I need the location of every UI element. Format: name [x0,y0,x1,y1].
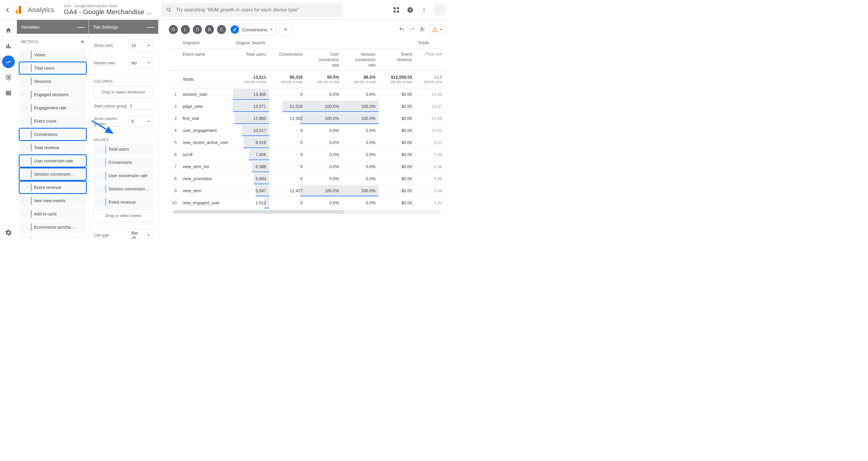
drag-handle-icon[interactable]: ⋮⋮ [21,92,28,97]
drag-handle-icon[interactable]: ⋮⋮ [21,185,28,190]
metric-chip[interactable]: ⋮⋮Engagement rate [19,102,86,114]
celltype-select[interactable]: Bar ch… [128,229,153,239]
avatar[interactable] [434,4,445,16]
collapse-tabsettings-icon[interactable]: — [147,23,154,30]
property-selector[interactable]: GA4 - Google Merchandise Store GA4 - Goo… [64,4,152,16]
drag-handle-icon[interactable]: ⋮⋮ [96,147,103,152]
metric-chip[interactable]: ⋮⋮Ecommerce purcha… [19,221,86,233]
active-tab-pill[interactable]: Conversions [229,24,276,36]
metric-chip[interactable]: ⋮⋮Item view events [19,195,86,207]
exploration-main: OLDBC Conversions + [158,20,450,239]
drag-handle-icon[interactable]: ⋮⋮ [21,238,28,239]
table-row[interactable]: 2page_view13,37151,518100.0%100.0%$0.001… [169,100,445,113]
value-chip[interactable]: ⋮⋮User conversion rate [94,170,153,182]
metric-chip[interactable]: ⋮⋮Engaged sessions [19,89,86,101]
metric-chip[interactable]: ⋮⋮Item quantity [19,235,86,239]
more-menu-icon[interactable] [421,6,428,13]
tab-circle-d[interactable]: D [193,25,202,34]
table-row[interactable]: 7view_item_list6,38800.0%0.0%$0.006,38 [169,161,445,173]
metric-label: Engaged sessions [34,92,68,97]
table-row[interactable]: 8view_promotion5,69400.0%0.0%$0.005,69 [169,173,445,185]
table-row[interactable]: 1session_start13,40500.0%0.0%$0.0013,40 [169,88,445,100]
metric-chip[interactable]: ⋮⋮Views [19,49,86,61]
sort-column-header[interactable]: ↓Total use [415,49,445,70]
metric-chip[interactable]: ⋮⋮Total users [19,62,86,74]
drag-handle-icon[interactable]: ⋮⋮ [21,79,28,84]
value-chip[interactable]: ⋮⋮Event revenue [94,196,153,208]
metric-chip[interactable]: ⋮⋮Event revenue [19,181,86,193]
add-metric-icon[interactable]: + [81,38,84,46]
table-row[interactable]: 4user_engagement10,01700.0%0.0%$0.0010,0… [169,124,445,136]
sampling-dropdown[interactable] [430,24,445,35]
table-row[interactable]: 5new_recent_active_user9,51900.0%0.0%$0.… [169,136,445,149]
drag-handle-icon[interactable]: ⋮⋮ [96,174,103,178]
app-switcher-icon[interactable] [393,6,400,13]
row-right-cell: 10,01 [415,124,445,136]
drag-handle-icon[interactable]: ⋮⋮ [96,160,103,165]
nav-home[interactable] [2,24,15,37]
start-col-input[interactable] [129,102,153,110]
metric-chip[interactable]: ⋮⋮Total revenue [19,142,86,154]
tab-circle-c[interactable]: C [217,25,226,34]
add-tab-button[interactable]: + [279,24,291,36]
drag-handle-icon[interactable]: ⋮⋮ [21,159,28,163]
collapse-variables-icon[interactable]: — [77,23,84,30]
nav-configure[interactable] [2,87,15,99]
drag-handle-icon[interactable]: ⋮⋮ [21,212,28,216]
drag-handle-icon[interactable]: ⋮⋮ [21,172,28,177]
horizontal-scrollbar[interactable] [173,210,441,214]
nav-reports[interactable] [2,40,15,53]
metric-chip[interactable]: ⋮⋮Sessions [19,75,86,87]
metric-chip[interactable]: ⋮⋮Add to carts [19,208,86,220]
drag-handle-icon[interactable]: ⋮⋮ [21,132,28,137]
columns-dropzone[interactable]: Drop or select dimension [94,86,153,98]
share-icon[interactable] [419,27,425,33]
table-row[interactable]: 3first_visit12,86512,952100.0%100.0%$0.0… [169,113,445,124]
nav-explore[interactable] [2,56,15,68]
metric-chip[interactable]: ⋮⋮Session conversion… [19,168,86,180]
redo-icon[interactable] [409,27,415,33]
nav-admin[interactable] [2,226,15,239]
metric-column-header[interactable]: Sessionconversionrate [342,49,378,70]
metric-column-header[interactable]: Conversions [269,49,306,70]
value-chip[interactable]: ⋮⋮Total users [94,143,153,155]
drag-handle-icon[interactable]: ⋮⋮ [21,146,28,150]
drag-handle-icon[interactable]: ⋮⋮ [21,198,28,203]
table-row[interactable]: 9view_item5,04712,427100.0%100.0%$0.005,… [169,185,445,197]
tab-circle-b[interactable]: B [205,25,214,34]
metric-cell: 0 [269,173,306,185]
metric-chip[interactable]: ⋮⋮Conversions [19,128,86,141]
drag-handle-icon[interactable]: ⋮⋮ [21,106,28,110]
tab-circle-l[interactable]: L [181,25,190,34]
drag-handle-icon[interactable]: ⋮⋮ [21,66,28,70]
drag-handle-icon[interactable]: ⋮⋮ [21,225,28,229]
edit-tab-icon[interactable] [230,25,239,34]
undo-icon[interactable] [399,27,405,33]
values-dropzone[interactable]: Drop or select metric [94,209,153,221]
value-chip[interactable]: ⋮⋮Session conversion… [94,183,153,195]
tab-circle-o[interactable]: O [169,25,178,34]
table-row[interactable]: 6scroll7,40600.0%0.0%$0.007,40 [169,149,445,161]
search-box[interactable] [161,3,342,17]
drag-handle-icon[interactable]: ⋮⋮ [21,53,28,57]
metric-chip[interactable]: ⋮⋮Event count [19,115,86,127]
svg-rect-3 [394,10,396,13]
help-icon[interactable]: ? [407,6,414,13]
drag-handle-icon[interactable]: ⋮⋮ [96,200,103,205]
nested-rows-select[interactable]: No [128,57,153,69]
metric-column-header[interactable]: Userconversionrate [306,49,342,70]
metric-column-header[interactable]: Total users [233,49,269,70]
value-chip[interactable]: ⋮⋮Conversions [94,156,153,168]
drag-handle-icon[interactable]: ⋮⋮ [21,119,28,124]
show-col-groups-select[interactable]: 5 [128,116,153,127]
show-rows-select[interactable]: 10 [128,40,153,51]
back-arrow-icon[interactable] [4,6,11,13]
chevron-down-icon [439,28,442,31]
search-input[interactable] [176,7,337,13]
nav-advertising[interactable] [2,71,15,84]
metric-column-header[interactable]: Eventrevenue [378,49,415,70]
drag-handle-icon[interactable]: ⋮⋮ [96,187,103,191]
table-row[interactable]: 10new_engaged_user1,91200.0%0.0%$0.001,9… [169,197,445,209]
metric-chip[interactable]: ⋮⋮User conversion rate [19,155,86,167]
event-name-header[interactable]: Event name [180,49,233,70]
